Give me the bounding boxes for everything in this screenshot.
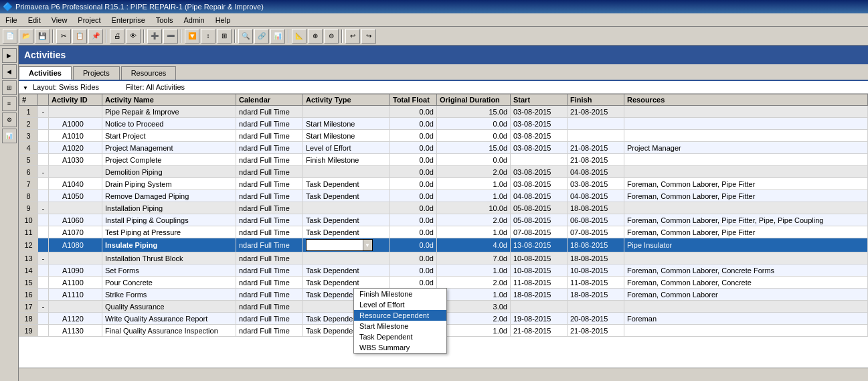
redo-btn[interactable]: ↪ <box>361 29 376 44</box>
dropdown-item[interactable]: Task Dependent <box>354 331 446 342</box>
expand-icon[interactable]: - <box>42 169 44 176</box>
menu-project[interactable]: Project <box>75 16 103 24</box>
filter-btn[interactable]: 🔽 <box>185 29 199 44</box>
table-row[interactable]: 12A1080Insulate Pipingndard Full Time Ta… <box>19 238 868 252</box>
tab-projects[interactable]: Projects <box>73 66 120 80</box>
table-row[interactable]: 10A1060Install Piping & Couplingsndard F… <box>19 214 868 226</box>
menu-view[interactable]: View <box>49 16 70 24</box>
add-btn[interactable]: ➕ <box>147 29 162 44</box>
menu-edit[interactable]: Edit <box>25 16 44 24</box>
cell-row-num: 1 <box>19 106 38 118</box>
cell-expand[interactable] <box>38 190 49 202</box>
table-row[interactable]: 2A1000Notice to Proceedndard Full TimeSt… <box>19 118 868 130</box>
cell-expand[interactable]: - <box>38 166 49 178</box>
cell-activity-id <box>49 252 102 264</box>
paste-btn[interactable]: 📌 <box>88 29 103 44</box>
table-row[interactable]: 9-Installation Pipingndard Full Time0.0d… <box>19 202 868 214</box>
cell-expand[interactable] <box>38 226 49 238</box>
table-row[interactable]: 5A1030Project Completendard Full TimeFin… <box>19 154 868 166</box>
layout-btn[interactable]: 📐 <box>292 29 307 44</box>
tab-activities[interactable]: Activities <box>19 66 72 80</box>
dropdown-item[interactable]: Resource Dependent <box>354 310 446 321</box>
table-row[interactable]: 6-Demolition Pipingndard Full Time0.0d2.… <box>19 166 868 178</box>
cell-expand[interactable]: - <box>38 202 49 214</box>
table-row[interactable]: 8A1050Remove Damaged Pipingndard Full Ti… <box>19 190 868 202</box>
cell-expand[interactable]: - <box>38 301 49 313</box>
copy-btn[interactable]: 📋 <box>72 29 87 44</box>
menu-file[interactable]: File <box>3 16 20 24</box>
preview-btn[interactable]: 👁 <box>126 29 141 44</box>
dropdown-item[interactable]: Finish Milestone <box>354 289 446 299</box>
search-btn[interactable]: 🔍 <box>238 29 253 44</box>
print-btn[interactable]: 🖨 <box>110 29 124 44</box>
col-total-float[interactable]: Total Float <box>390 94 437 106</box>
collapse-btn[interactable]: ⊖ <box>324 29 339 44</box>
expand-icon[interactable]: - <box>42 108 44 116</box>
cell-expand[interactable] <box>38 118 49 130</box>
new-btn[interactable]: 📄 <box>3 29 17 44</box>
menu-tools[interactable]: Tools <box>153 16 176 24</box>
expand-icon[interactable]: - <box>42 205 44 212</box>
table-row[interactable]: 15A1100Pour Concretendard Full TimeTask … <box>19 277 868 289</box>
cell-expand[interactable] <box>38 142 49 154</box>
cell-orig-duration: 2.0d <box>437 214 511 226</box>
col-activity-id[interactable]: Activity ID <box>49 94 102 106</box>
cell-expand[interactable] <box>38 277 49 289</box>
report-btn[interactable]: 📊 <box>270 29 285 44</box>
table-row[interactable]: 4A1020Project Managementndard Full TimeL… <box>19 142 868 154</box>
undo-btn[interactable]: ↩ <box>345 29 360 44</box>
cell-expand[interactable] <box>38 238 49 252</box>
dropdown-item[interactable]: Start Milestone <box>354 321 446 331</box>
tab-resources[interactable]: Resources <box>121 66 177 80</box>
table-row[interactable]: 11A1070Test Piping at Pressurendard Full… <box>19 226 868 238</box>
cell-expand[interactable]: - <box>38 252 49 264</box>
col-calendar[interactable]: Calendar <box>236 94 303 106</box>
left-btn-1[interactable]: ▶ <box>2 48 17 63</box>
open-btn[interactable]: 📂 <box>19 29 33 44</box>
expand-btn[interactable]: ⊕ <box>308 29 323 44</box>
table-row[interactable]: 13-Installation Thrust Blockndard Full T… <box>19 252 868 264</box>
left-btn-5[interactable]: ⚙ <box>2 112 17 127</box>
left-btn-4[interactable]: ≡ <box>2 96 17 111</box>
expand-icon[interactable]: - <box>42 255 44 262</box>
cell-expand[interactable] <box>38 313 49 325</box>
save-btn[interactable]: 💾 <box>35 29 50 44</box>
cell-expand[interactable] <box>38 154 49 166</box>
cell-expand[interactable] <box>38 325 49 337</box>
col-start[interactable]: Start <box>511 94 568 106</box>
cell-expand[interactable] <box>38 264 49 277</box>
left-btn-3[interactable]: ⊞ <box>2 80 17 95</box>
activity-type-dropdown[interactable]: Finish MilestoneLevel of EffortResource … <box>353 288 447 354</box>
cell-expand[interactable] <box>38 214 49 226</box>
left-btn-6[interactable]: 📊 <box>2 129 17 143</box>
table-row[interactable]: 7A1040Drain Piping Systemndard Full Time… <box>19 178 868 190</box>
cut-btn[interactable]: ✂ <box>56 29 71 44</box>
cell-expand[interactable]: - <box>38 106 49 118</box>
table-row[interactable]: 1-Pipe Repair & Improvendard Full Time0.… <box>19 106 868 118</box>
left-btn-2[interactable]: ◀ <box>2 64 17 79</box>
dropdown-item[interactable]: Level of Effort <box>354 299 446 310</box>
cell-expand[interactable] <box>38 289 49 301</box>
dropdown-item[interactable]: WBS Summary <box>354 342 446 353</box>
expand-icon[interactable]: - <box>42 303 44 311</box>
link-btn[interactable]: 🔗 <box>254 29 269 44</box>
col-activity-name[interactable]: Activity Name <box>102 94 236 106</box>
group-btn[interactable]: ⊞ <box>217 29 232 44</box>
col-orig-dur[interactable]: Original Duration <box>437 94 511 106</box>
cell-expand[interactable] <box>38 130 49 142</box>
activity-type-dropdown-btn[interactable]: ▼ <box>363 240 372 250</box>
menu-enterprise[interactable]: Enterprise <box>109 16 148 24</box>
table-row[interactable]: 14A1090Set Formsndard Full TimeTask Depe… <box>19 264 868 277</box>
cell-activity-type[interactable]: Task Dependent ▼ <box>303 238 390 252</box>
activity-type-select[interactable]: Task Dependent ▼ <box>306 239 373 251</box>
menu-admin[interactable]: Admin <box>181 16 207 24</box>
col-resources[interactable]: Resources <box>624 94 868 106</box>
sort-btn[interactable]: ↕ <box>201 29 215 44</box>
menu-help[interactable]: Help <box>213 16 234 24</box>
cell-activity-type: Task Dependent <box>303 214 390 226</box>
col-finish[interactable]: Finish <box>568 94 624 106</box>
col-activity-type[interactable]: Activity Type <box>303 94 390 106</box>
del-btn[interactable]: ➖ <box>163 29 178 44</box>
cell-expand[interactable] <box>38 178 49 190</box>
table-row[interactable]: 3A1010Start Projectndard Full TimeStart … <box>19 130 868 142</box>
